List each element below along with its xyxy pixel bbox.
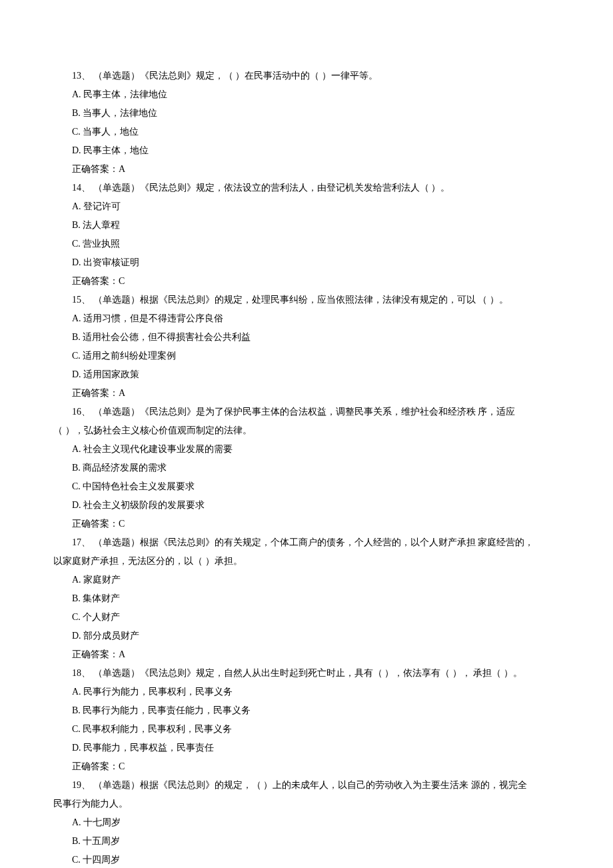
- question-19: 19、 （单选题）根据《民法总则》的规定，（ ）上的未成年人，以自己的劳动收入为…: [53, 776, 560, 868]
- question-stem: 16、 （单选题）《民法总则》是为了保护民事主体的合法权益，调整民事关系，维护社…: [53, 403, 560, 421]
- option-d: D. 社会主义初级阶段的发展要求: [53, 496, 560, 515]
- question-stem: 15、 （单选题）根据《民法总则》的规定，处理民事纠纷，应当依照法律，法律没有规…: [53, 291, 560, 309]
- option-b: B. 民事行为能力，民事责任能力，民事义务: [53, 701, 560, 720]
- question-stem: 13、 （单选题）《民法总则》规定，（ ）在民事活动中的（ ）一律平等。: [53, 67, 560, 85]
- question-stem: 14、 （单选题）《民法总则》规定，依法设立的营利法人，由登记机关发给营利法人（…: [53, 179, 560, 197]
- option-c: C. 个人财产: [53, 608, 560, 627]
- option-b: B. 十五周岁: [53, 832, 560, 851]
- option-c: C. 民事权利能力，民事权利，民事义务: [53, 720, 560, 739]
- option-c: C. 当事人，地位: [53, 123, 560, 141]
- option-b: B. 当事人，法律地位: [53, 104, 560, 123]
- correct-answer: 正确答案：A: [53, 384, 560, 403]
- option-d: D. 出资审核证明: [53, 253, 560, 272]
- question-continuation: 民事行为能力人。: [53, 795, 560, 813]
- option-a: A. 民事行为能力，民事权利，民事义务: [53, 683, 560, 701]
- option-b: B. 集体财产: [53, 589, 560, 608]
- option-b: B. 法人章程: [53, 216, 560, 235]
- option-a: A. 适用习惯，但是不得违背公序良俗: [53, 309, 560, 328]
- option-d: D. 民事能力，民事权益，民事责任: [53, 739, 560, 757]
- question-stem: 19、 （单选题）根据《民法总则》的规定，（ ）上的未成年人，以自己的劳动收入为…: [53, 776, 560, 795]
- option-d: D. 适用国家政策: [53, 365, 560, 384]
- option-b: B. 适用社会公德，但不得损害社会公共利益: [53, 328, 560, 347]
- document-page: 13、 （单选题）《民法总则》规定，（ ）在民事活动中的（ ）一律平等。 A. …: [53, 67, 560, 868]
- question-stem: 18、 （单选题）《民法总则》规定，自然人从出生时起到死亡时止，具有（ ），依法…: [53, 664, 560, 683]
- question-18: 18、 （单选题）《民法总则》规定，自然人从出生时起到死亡时止，具有（ ），依法…: [53, 664, 560, 776]
- option-c: C. 适用之前纠纷处理案例: [53, 347, 560, 365]
- option-b: B. 商品经济发展的需求: [53, 459, 560, 477]
- question-13: 13、 （单选题）《民法总则》规定，（ ）在民事活动中的（ ）一律平等。 A. …: [53, 67, 560, 179]
- option-a: A. 民事主体，法律地位: [53, 85, 560, 104]
- question-14: 14、 （单选题）《民法总则》规定，依法设立的营利法人，由登记机关发给营利法人（…: [53, 179, 560, 291]
- option-c: C. 营业执照: [53, 235, 560, 253]
- correct-answer: 正确答案：C: [53, 515, 560, 533]
- question-15: 15、 （单选题）根据《民法总则》的规定，处理民事纠纷，应当依照法律，法律没有规…: [53, 291, 560, 403]
- correct-answer: 正确答案：A: [53, 645, 560, 664]
- correct-answer: 正确答案：A: [53, 160, 560, 179]
- question-17: 17、 （单选题）根据《民法总则》的有关规定，个体工商户的债务，个人经营的，以个…: [53, 533, 560, 664]
- correct-answer: 正确答案：C: [53, 757, 560, 776]
- option-c: C. 中国特色社会主义发展要求: [53, 477, 560, 496]
- option-a: A. 登记许可: [53, 197, 560, 216]
- option-d: D. 部分成员财产: [53, 627, 560, 645]
- option-a: A. 十七周岁: [53, 813, 560, 832]
- option-a: A. 家庭财产: [53, 571, 560, 589]
- question-continuation: 以家庭财产承担，无法区分的，以（ ）承担。: [53, 552, 560, 571]
- question-16: 16、 （单选题）《民法总则》是为了保护民事主体的合法权益，调整民事关系，维护社…: [53, 403, 560, 533]
- question-continuation: （ ），弘扬社会主义核心价值观而制定的法律。: [53, 421, 560, 440]
- question-stem: 17、 （单选题）根据《民法总则》的有关规定，个体工商户的债务，个人经营的，以个…: [53, 533, 560, 552]
- option-a: A. 社会主义现代化建设事业发展的需要: [53, 440, 560, 459]
- correct-answer: 正确答案：C: [53, 272, 560, 291]
- option-d: D. 民事主体，地位: [53, 141, 560, 160]
- option-c: C. 十四周岁: [53, 851, 560, 868]
